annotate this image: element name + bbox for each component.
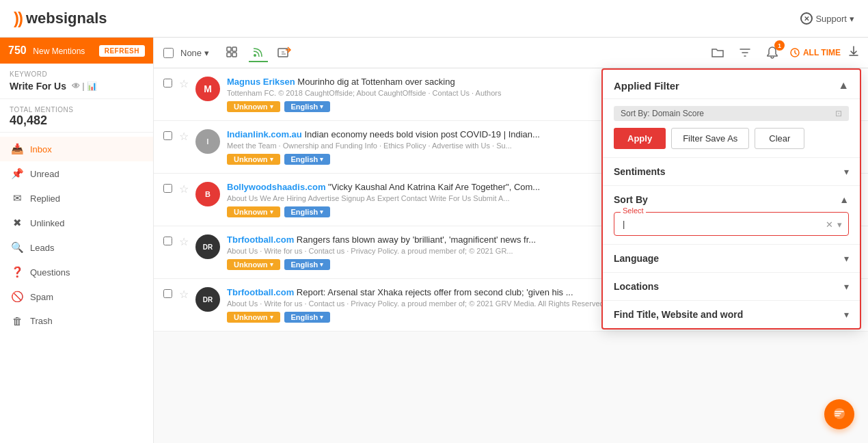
sentiment-tag-2[interactable]: Unknown ▾ [227,154,280,165]
sentiments-chevron-icon: ▾ [844,166,849,177]
download-icon[interactable] [849,46,858,59]
sidebar-item-replied[interactable]: ✉ Replied [0,186,153,211]
mention-checkbox-5[interactable] [163,289,172,298]
grid-view-icon[interactable] [223,43,242,62]
mention-checkbox-3[interactable] [163,184,172,193]
all-time-filter[interactable]: ALL TIME [790,48,841,57]
language-tag-3[interactable]: English ▾ [284,206,331,217]
support-label: Support [815,14,847,24]
total-section: Total Mentions 40,482 [0,99,153,133]
sentiment-tag-5[interactable]: Unknown ▾ [227,312,280,323]
language-chevron-icon: ▾ [844,253,849,264]
mentions-count-group: 750 New Mentions [8,44,85,57]
chat-bubble-button[interactable] [824,399,854,429]
mention-source-4[interactable]: Tbrfootball.com [227,234,294,245]
sentiments-section-header[interactable]: Sentiments ▾ [614,166,849,177]
language-section-title: Language [614,253,659,264]
toolbar-left: None ▾ [163,43,294,62]
none-select-dropdown[interactable]: None ▾ [180,48,209,58]
mention-checkbox-1[interactable] [163,79,172,88]
sidebar-item-spam[interactable]: 🚫 Spam [0,284,153,309]
sidebar-item-trash[interactable]: 🗑 Trash [0,309,153,333]
star-icon-3[interactable]: ☆ [179,183,189,196]
svg-rect-2 [227,53,231,57]
total-value: 40,482 [10,113,144,128]
rss-icon[interactable] [249,43,268,62]
sort-tag-delete-icon[interactable]: ⊡ [835,109,842,118]
star-icon-5[interactable]: ☆ [179,288,189,301]
avatar-1: M [195,77,220,101]
sort-select-icons: ✕ ▾ [826,219,842,229]
language-tag-2[interactable]: English ▾ [284,154,331,165]
sidebar-item-label-questions: Questions [30,267,70,278]
filter-save-as-button[interactable]: Filter Save As [671,128,749,149]
mention-source-1[interactable]: Magnus Eriksen [227,77,295,87]
sidebar-item-unread[interactable]: 📌 Unread [0,161,153,186]
mentions-count: 750 [8,44,27,56]
svg-text:I: I [207,138,209,146]
sidebar-item-inbox[interactable]: 📥 Inbox [0,137,153,161]
avatar-2: I [195,129,220,154]
sidebar-item-label-unlinked: Unlinked [30,218,65,228]
sentiment-tag-1[interactable]: Unknown ▾ [227,101,280,112]
star-icon-2[interactable]: ☆ [179,130,189,143]
language-tag-1[interactable]: English ▾ [284,101,331,112]
filter-panel: Applied Filter ▲ Sort By: Domain Score ⊡… [601,68,861,330]
filter-section-locations: Locations ▾ [603,272,860,300]
keyword-section: KEYWORD Write For Us 👁 | 📊 [0,64,153,99]
support-button[interactable]: ✕ Support ▾ [800,12,854,25]
trash-icon: 🗑 [11,315,23,327]
filter-section-sort-by: Sort By ▲ Select | ✕ ▾ [603,185,860,244]
apply-button[interactable]: Apply [614,128,666,149]
sort-select-cursor: | [623,219,625,229]
sentiment-tag-4[interactable]: Unknown ▾ [227,259,280,270]
mention-checkbox-4[interactable] [163,237,172,245]
sort-tag-text: Sort By: Domain Score [621,109,704,118]
sort-select-container: Select | ✕ ▾ [614,212,849,236]
sentiment-tag-3[interactable]: Unknown ▾ [227,206,280,217]
mention-source-3[interactable]: Bollywoodshaadis.com [227,182,325,192]
sort-select-input[interactable]: | [614,212,849,236]
language-section-header[interactable]: Language ▾ [614,253,849,264]
language-tag-5[interactable]: English ▾ [284,312,331,323]
mention-source-2[interactable]: Indianlink.com.au [227,129,302,139]
mention-checkbox-2[interactable] [163,131,172,140]
notification-badge: 1 [774,40,785,51]
export-icon[interactable] [275,43,294,62]
filter-collapse-button[interactable]: ▲ [838,79,849,92]
sort-clear-icon[interactable]: ✕ [826,219,833,229]
toolbar-icons [223,43,294,62]
find-title-chevron-icon: ▾ [844,309,849,320]
navbar: )) websignals ✕ Support ▾ [0,0,868,38]
keyword-value: Write For Us 👁 | 📊 [10,81,144,92]
avatar-3: B [195,182,220,206]
sidebar-item-leads[interactable]: 🔍 Leads [0,235,153,260]
sort-dropdown-icon[interactable]: ▾ [837,219,842,229]
sort-by-section-title: Sort By [614,194,648,205]
filter-icon[interactable] [735,43,755,62]
notifications-icon[interactable]: 1 [763,43,782,62]
mention-source-5[interactable]: Tbrfootball.com [227,287,294,297]
unread-icon: 📌 [11,167,23,180]
refresh-button[interactable]: REFRESH [99,45,145,57]
toolbar-right: 1 ALL TIME [708,43,858,62]
locations-section-header[interactable]: Locations ▾ [614,281,849,292]
support-chevron-icon: ▾ [850,14,854,24]
star-icon-4[interactable]: ☆ [179,235,189,248]
clear-button[interactable]: Clear [755,128,804,149]
star-icon-1[interactable]: ☆ [179,77,189,90]
keyword-label: KEYWORD [10,70,144,78]
inbox-icon: 📥 [11,143,23,155]
support-icon: ✕ [800,12,813,25]
select-all-checkbox[interactable] [163,48,174,58]
leads-icon: 🔍 [11,241,23,254]
keyword-text: Write For Us [10,81,66,92]
locations-chevron-icon: ▾ [844,281,849,292]
find-title-section-header[interactable]: Find Title, Website and word ▾ [614,309,849,320]
sidebar-item-questions[interactable]: ❓ Questions [0,260,153,284]
folder-icon[interactable] [708,43,727,62]
sort-by-section-header[interactable]: Sort By ▲ [614,194,849,205]
language-tag-4[interactable]: English ▾ [284,259,331,270]
filter-buttons: Apply Filter Save As Clear [603,128,860,157]
sidebar-item-unlinked[interactable]: ✖ Unlinked [0,211,153,235]
